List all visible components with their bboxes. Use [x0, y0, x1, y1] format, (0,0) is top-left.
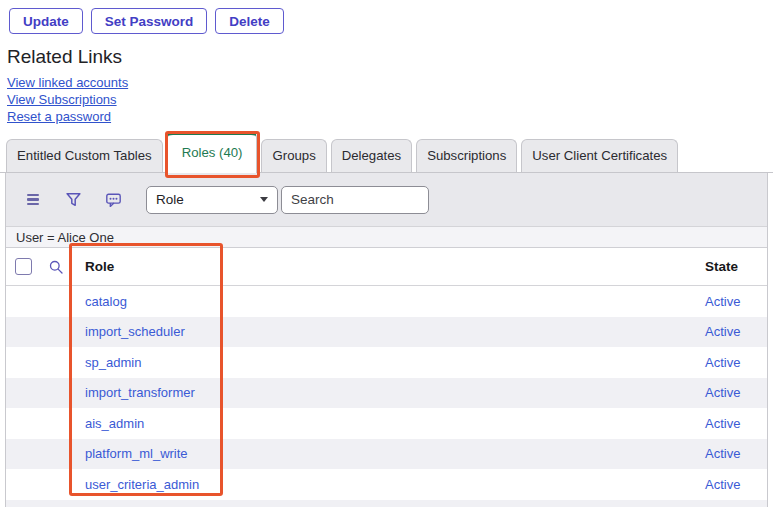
list-toolbar: Role [6, 173, 767, 227]
filter-icon[interactable] [64, 191, 82, 209]
search-field-dropdown-value: Role [156, 192, 184, 207]
role-link[interactable]: ais_admin [85, 416, 144, 431]
state-link[interactable]: Active [705, 385, 740, 400]
table-row: import_transformer Active [6, 378, 767, 409]
role-link[interactable]: user_criteria_admin [85, 477, 199, 492]
list-condition-breadcrumb[interactable]: User = Alice One [6, 227, 767, 248]
role-link[interactable]: import_scheduler [85, 324, 185, 339]
tab-user-client-certificates[interactable]: User Client Certificates [521, 139, 678, 172]
tab-roles[interactable]: Roles (40) [167, 131, 258, 173]
list-condition-text: User = Alice One [16, 230, 114, 245]
role-link[interactable]: import_transformer [85, 385, 195, 400]
state-link[interactable]: Active [705, 324, 740, 339]
view-subscriptions-link[interactable]: View Subscriptions [7, 91, 773, 108]
table-row: sp_admin Active [6, 347, 767, 378]
role-link[interactable]: sp_admin [85, 355, 141, 370]
state-link[interactable]: Active [705, 355, 740, 370]
column-header-role[interactable]: Role [76, 259, 705, 274]
chevron-down-icon [260, 197, 268, 202]
menu-icon[interactable] [24, 191, 42, 209]
column-search-icon[interactable] [36, 259, 76, 275]
table-row-partial [6, 500, 767, 507]
table-row: ais_admin Active [6, 408, 767, 439]
tab-entitled-custom-tables[interactable]: Entitled Custom Tables [6, 139, 163, 172]
state-link[interactable]: Active [705, 416, 740, 431]
role-link[interactable]: platform_ml_write [85, 446, 188, 461]
form-action-buttons: Update Set Password Delete [0, 0, 773, 34]
select-all-checkbox[interactable] [15, 258, 32, 275]
set-password-button[interactable]: Set Password [91, 8, 208, 34]
delete-button[interactable]: Delete [215, 8, 284, 34]
table-row: import_scheduler Active [6, 317, 767, 348]
related-lists-tabstrip: Entitled Custom Tables Roles (40) Groups… [0, 131, 773, 173]
role-link[interactable]: catalog [85, 294, 127, 309]
reset-a-password-link[interactable]: Reset a password [7, 108, 773, 125]
related-links-heading: Related Links [7, 46, 773, 68]
list-search-input[interactable] [281, 186, 429, 214]
table-row: user_criteria_admin Active [6, 469, 767, 500]
tab-delegates[interactable]: Delegates [331, 139, 412, 172]
view-linked-accounts-link[interactable]: View linked accounts [7, 74, 773, 91]
column-header-state[interactable]: State [705, 259, 767, 274]
chat-icon[interactable] [104, 191, 122, 209]
table-header-row: Role State [6, 248, 767, 286]
table-row: catalog Active [6, 286, 767, 317]
table-row: platform_ml_write Active [6, 439, 767, 470]
tab-subscriptions[interactable]: Subscriptions [416, 139, 517, 172]
update-button[interactable]: Update [9, 8, 83, 34]
related-links-list: View linked accounts View Subscriptions … [7, 74, 773, 125]
state-link[interactable]: Active [705, 294, 740, 309]
search-field-dropdown[interactable]: Role [146, 186, 278, 214]
tab-groups[interactable]: Groups [261, 139, 326, 172]
state-link[interactable]: Active [705, 477, 740, 492]
state-link[interactable]: Active [705, 446, 740, 461]
roles-list-container: Role User = Alice One Role State catalog… [5, 173, 768, 507]
